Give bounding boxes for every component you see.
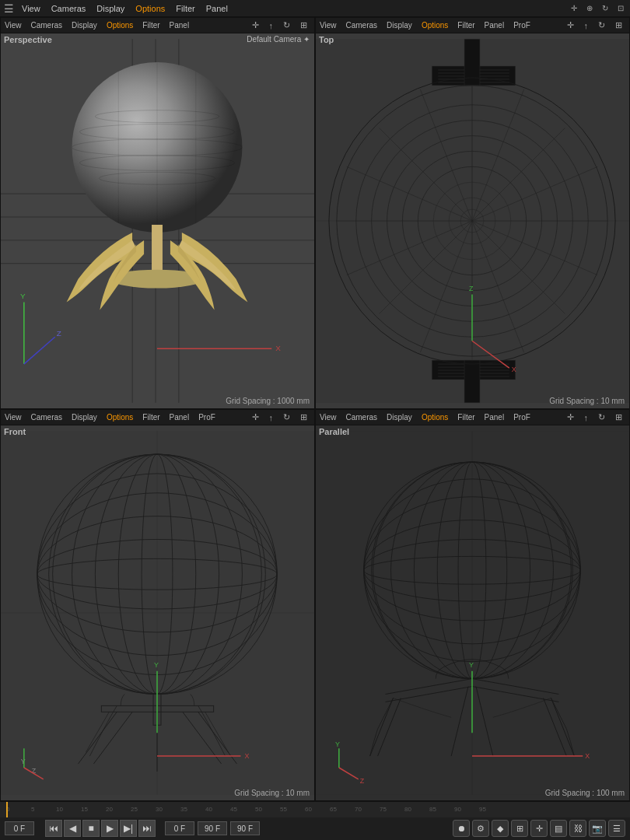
vp4-icon-layout[interactable]: ⊞: [611, 411, 626, 424]
vp2-wireframe-svg: Z X: [316, 33, 629, 408]
vp2-icon-up[interactable]: ↑: [580, 19, 593, 32]
vp1-grid-spacing: Grid Spacing : 1000 mm: [226, 397, 310, 405]
menu-filter[interactable]: Filter: [171, 2, 199, 15]
vp3-icon-rotate[interactable]: ↻: [279, 411, 294, 424]
menu-view[interactable]: View: [17, 2, 45, 15]
vp4-icon-up[interactable]: ↑: [580, 411, 593, 424]
vp1-menu-panel[interactable]: Panel: [166, 19, 194, 31]
vp4-menu-filter[interactable]: Filter: [453, 411, 478, 423]
vp1-menu-filter[interactable]: Filter: [138, 19, 163, 31]
vp4-menu-prof[interactable]: ProF: [509, 411, 534, 423]
play-fwd-btn[interactable]: ▶: [101, 820, 118, 837]
vp2-icon-layout[interactable]: ⊞: [611, 19, 626, 32]
current-frame-display[interactable]: 0 F: [5, 821, 34, 835]
vp3-menu-display[interactable]: Display: [68, 411, 101, 423]
vp3-icon-up[interactable]: ↑: [265, 411, 278, 424]
vp2-menu-display[interactable]: Display: [383, 19, 416, 31]
move2-icon[interactable]: ✛: [530, 820, 548, 837]
svg-text:Y: Y: [20, 292, 26, 300]
vp1-menu-cameras[interactable]: Cameras: [27, 19, 67, 31]
start-frame-input[interactable]: 0 F: [165, 821, 194, 835]
vp2-menu-prof[interactable]: ProF: [509, 19, 534, 31]
vp2-icon-move[interactable]: ✛: [563, 19, 578, 32]
vp1-menu-view[interactable]: View: [1, 19, 26, 31]
vp2-menu-filter[interactable]: Filter: [453, 19, 478, 31]
rotate-icon[interactable]: ↻: [599, 2, 611, 15]
render-icon[interactable]: ⏺: [453, 820, 470, 837]
vp2-icon-rotate[interactable]: ↻: [594, 19, 609, 32]
vp1-camera: Default Camera ✦: [247, 35, 310, 44]
transform-icon[interactable]: ⊕: [583, 2, 596, 15]
vp1-label: Perspective: [4, 35, 52, 44]
end-frame-input2[interactable]: 90 F: [230, 821, 260, 835]
vp3-icon-layout[interactable]: ⊞: [296, 411, 311, 424]
end-frame-input1[interactable]: 90 F: [198, 821, 227, 835]
viewport-perspective[interactable]: View Cameras Display Options Filter Pane…: [0, 17, 315, 409]
vp1-menu-options[interactable]: Options: [103, 19, 137, 31]
svg-text:Y: Y: [469, 661, 474, 669]
vp4-menu-panel[interactable]: Panel: [481, 411, 509, 423]
timeline: 0 5 10 15 20 25 30 35 40 45 50 55 60 65 …: [0, 801, 630, 840]
vp1-icon-rotate[interactable]: ↻: [279, 19, 294, 32]
vp2-menu-view[interactable]: View: [316, 19, 341, 31]
viewport-top[interactable]: View Cameras Display Options Filter Pane…: [315, 17, 630, 409]
play-btn[interactable]: ⏮: [45, 820, 62, 837]
grid-icon[interactable]: ⊞: [511, 820, 528, 837]
end-btn[interactable]: ⏭: [138, 820, 156, 837]
vp2-menu-panel[interactable]: Panel: [481, 19, 509, 31]
svg-text:Z: Z: [360, 777, 365, 785]
move-icon[interactable]: ✛: [568, 2, 580, 15]
menu-panel[interactable]: Panel: [201, 2, 233, 15]
vp3-menu-prof[interactable]: ProF: [194, 411, 219, 423]
prev-frame-btn[interactable]: ◀: [64, 820, 81, 837]
stop-btn[interactable]: ■: [82, 820, 100, 837]
vp2-label: Top: [319, 35, 334, 44]
vp4-label: Parallel: [319, 427, 349, 436]
layers-icon[interactable]: ▤: [550, 820, 567, 837]
next-frame-btn[interactable]: ▶|: [120, 820, 137, 837]
vp3-menu-view[interactable]: View: [1, 411, 26, 423]
app-menu-icon[interactable]: ☰: [0, 0, 17, 17]
settings-icon[interactable]: ⚙: [472, 820, 489, 837]
viewport-parallel[interactable]: View Cameras Display Options Filter Pane…: [315, 409, 630, 801]
vp1-menu-display[interactable]: Display: [68, 19, 101, 31]
vp3-menu-filter[interactable]: Filter: [138, 411, 163, 423]
vp3-icon-move[interactable]: ✛: [248, 411, 263, 424]
vp4-menu-display[interactable]: Display: [383, 411, 416, 423]
vp3-menu-panel[interactable]: Panel: [166, 411, 194, 423]
camera2-icon[interactable]: 📷: [589, 820, 606, 837]
vp3-grid-spacing: Grid Spacing : 10 mm: [234, 789, 310, 797]
vp4-wireframe-svg: Y X Y Z: [316, 425, 629, 800]
vp2-menu-cameras[interactable]: Cameras: [342, 19, 382, 31]
vp1-icon-up[interactable]: ↑: [265, 19, 278, 32]
vp3-menu-cameras[interactable]: Cameras: [27, 411, 67, 423]
vp3-label: Front: [4, 427, 26, 436]
vp4-icon-move[interactable]: ✛: [563, 411, 578, 424]
svg-text:X: X: [512, 366, 516, 373]
keyframe-icon[interactable]: ◆: [492, 820, 509, 837]
viewport-front[interactable]: View Cameras Display Options Filter Pane…: [0, 409, 315, 801]
vp1-icon-layout[interactable]: ⊞: [296, 19, 311, 32]
viewport-grid: View Cameras Display Options Filter Pane…: [0, 17, 630, 801]
menu-options[interactable]: Options: [131, 2, 170, 15]
menu-cameras[interactable]: Cameras: [47, 2, 91, 15]
timeline-controls: 0 F ⏮ ◀ ■ ▶ ▶| ⏭ 0 F 90 F 90 F ⏺ ⚙ ◆ ⊞ ✛…: [0, 817, 630, 840]
vp1-icon-move[interactable]: ✛: [248, 19, 263, 32]
vp3-menu-options[interactable]: Options: [103, 411, 137, 423]
svg-text:X: X: [275, 344, 281, 352]
vp4-menu-view[interactable]: View: [316, 411, 341, 423]
vp2-menu-options[interactable]: Options: [418, 19, 452, 31]
timeline-ruler: 0 5 10 15 20 25 30 35 40 45 50 55 60 65 …: [0, 802, 630, 817]
timeline-track[interactable]: 0 5 10 15 20 25 30 35 40 45 50 55 60 65 …: [0, 802, 630, 817]
vp4-icon-rotate[interactable]: ↻: [594, 411, 609, 424]
vp4-menu-cameras[interactable]: Cameras: [342, 411, 382, 423]
timeline-right-icons: ⏺ ⚙ ◆ ⊞ ✛ ▤ ⛓ 📷 ☰: [453, 820, 625, 837]
vp4-menu-options[interactable]: Options: [418, 411, 452, 423]
link-icon[interactable]: ⛓: [569, 820, 586, 837]
menu-display[interactable]: Display: [92, 2, 129, 15]
svg-rect-97: [316, 431, 629, 795]
vp4-icons: ✛ ↑ ↻ ⊞: [563, 411, 630, 424]
scale-icon[interactable]: ⊡: [614, 2, 627, 15]
options-icon[interactable]: ☰: [608, 820, 625, 837]
svg-text:Z: Z: [57, 329, 61, 338]
